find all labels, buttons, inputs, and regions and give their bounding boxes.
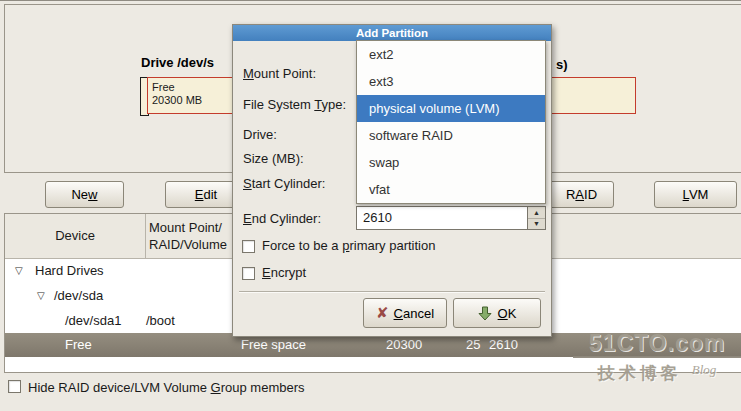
hide-raid-lvm-checkbox[interactable]: [8, 380, 21, 393]
add-partition-dialog: Add Partition Mount Point: File System T…: [232, 24, 552, 337]
row-label: Hard Drives: [35, 263, 104, 278]
dropdown-item-vfat[interactable]: vfat: [357, 176, 545, 203]
column-header-device[interactable]: Device: [5, 228, 145, 243]
end-cylinder-spinner[interactable]: 2610 ▲ ▼: [356, 206, 546, 230]
cancel-button[interactable]: ✘ Cancel: [363, 298, 447, 328]
watermark-chinese-text: 技术博客: [598, 362, 682, 385]
end-cylinder-label: End Cylinder:: [243, 211, 321, 226]
column-header-mountpoint-line2[interactable]: RAID/Volume: [149, 237, 227, 252]
drive-heading-left: Drive /dev/s: [141, 55, 214, 70]
new-button[interactable]: New: [45, 181, 124, 208]
dropdown-item-software-raid[interactable]: software RAID: [357, 122, 545, 149]
ok-arrow-icon: [478, 306, 493, 321]
dialog-titlebar[interactable]: Add Partition: [233, 25, 551, 41]
row-device: Free: [65, 337, 92, 352]
dropdown-item-swap[interactable]: swap: [357, 149, 545, 176]
row-type: Free space: [241, 337, 306, 352]
row-mountpoint: /boot: [146, 313, 175, 328]
spinner-down-icon[interactable]: ▼: [528, 219, 545, 230]
lvm-button[interactable]: LVM: [654, 181, 737, 208]
row-start-cylinder: 25: [466, 337, 480, 352]
spinner-buttons: ▲ ▼: [527, 207, 545, 229]
watermark-divider: [573, 356, 741, 358]
mount-point-label: Mount Point:: [243, 66, 316, 81]
dropdown-item-ext2[interactable]: ext2: [357, 41, 545, 68]
drive-heading-right: s): [556, 57, 568, 72]
watermark: 51CTO.com 技术博客 Blog: [573, 331, 741, 385]
cancel-x-icon: ✘: [376, 304, 389, 322]
size-label: Size (MB):: [243, 151, 304, 166]
dropdown-item-physical-volume-lvm[interactable]: physical volume (LVM): [357, 95, 545, 122]
drive-label: Drive:: [243, 127, 277, 142]
filesystem-type-dropdown: ext2 ext3 physical volume (LVM) software…: [356, 40, 546, 204]
installer-screen: Drive /dev/s s) Free 20300 MB New Edit R…: [0, 0, 741, 411]
ok-button[interactable]: OK: [453, 298, 541, 328]
row-device: /dev/sda1: [65, 313, 121, 328]
dropdown-item-ext3[interactable]: ext3: [357, 68, 545, 95]
force-primary-checkbox[interactable]: [242, 240, 255, 253]
column-separator: [145, 214, 146, 258]
spinner-up-icon[interactable]: ▲: [528, 207, 545, 219]
encrypt-label: Encrypt: [262, 265, 306, 280]
row-label: /dev/sda: [54, 288, 103, 303]
watermark-blog-text: Blog: [692, 362, 717, 378]
watermark-logo: 51CTO.com: [573, 331, 741, 355]
raid-button[interactable]: RAID: [549, 181, 614, 208]
encrypt-checkbox[interactable]: [242, 267, 255, 280]
filesystem-type-label: File System Type:: [243, 97, 346, 112]
force-primary-label: Force to be a primary partition: [262, 238, 435, 253]
start-cylinder-label: Start Cylinder:: [243, 176, 325, 191]
window-top-edge: [0, 0, 741, 1]
row-size: 20300: [386, 337, 422, 352]
hide-raid-lvm-label: Hide RAID device/LVM Volume Group member…: [28, 380, 305, 395]
column-header-mountpoint-line1[interactable]: Mount Point/: [149, 220, 222, 235]
triangle-down-icon[interactable]: ▽: [37, 290, 45, 301]
dialog-separator: [239, 291, 545, 293]
triangle-down-icon[interactable]: ▽: [15, 265, 23, 276]
row-end-cylinder: 2610: [489, 337, 518, 352]
end-cylinder-value[interactable]: 2610: [357, 207, 527, 229]
